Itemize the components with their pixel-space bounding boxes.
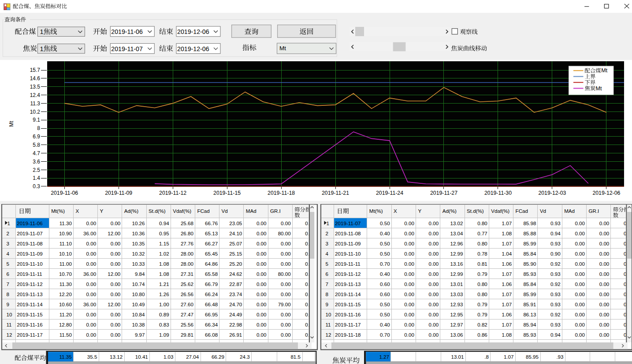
- svg-text:15.7: 15.7: [30, 67, 41, 73]
- svg-text:10.84: 10.84: [132, 312, 145, 317]
- svg-text:12.99: 12.99: [450, 251, 463, 256]
- svg-text:2019-11-30: 2019-11-30: [484, 190, 512, 196]
- svg-text:12.00: 12.00: [108, 271, 120, 277]
- svg-text:1.07: 1.07: [502, 322, 512, 327]
- svg-text:4: 4: [7, 251, 10, 256]
- svg-text:0.00: 0.00: [429, 230, 439, 236]
- svg-text:0.00: 0.00: [257, 322, 267, 327]
- svg-text:80.00: 80.00: [278, 230, 291, 236]
- svg-text:3.6: 3.6: [33, 159, 40, 165]
- svg-text:2019-11-16: 2019-11-16: [335, 312, 361, 317]
- svg-text:0.00: 0.00: [575, 261, 585, 267]
- svg-text:2019-11-15: 2019-11-15: [335, 301, 361, 307]
- svg-text:12.96: 12.96: [450, 241, 463, 246]
- svg-text:24.10: 24.10: [229, 230, 242, 236]
- svg-text:85.88: 85.88: [523, 230, 536, 236]
- svg-text:12: 12: [7, 332, 12, 338]
- svg-text:1.04: 1.04: [502, 251, 512, 256]
- svg-text:Mt(%): Mt(%): [51, 208, 65, 214]
- svg-text:2019-11-09: 2019-11-09: [335, 241, 361, 246]
- svg-text:0.50: 0.50: [380, 301, 390, 307]
- svg-text:0.94: 0.94: [159, 220, 169, 226]
- svg-text:0.94: 0.94: [550, 332, 561, 338]
- svg-text:22.87: 22.87: [229, 281, 242, 287]
- svg-text:0.00: 0.00: [599, 261, 610, 267]
- svg-text:0.93: 0.93: [550, 291, 561, 297]
- svg-text:10.41: 10.41: [135, 354, 148, 360]
- svg-text:11.30: 11.30: [59, 281, 72, 287]
- svg-text:1.08: 1.08: [502, 332, 512, 338]
- svg-text:0.00: 0.00: [257, 291, 267, 297]
- svg-text:0.00: 0.00: [575, 332, 585, 338]
- svg-text:86.13: 86.13: [523, 312, 536, 317]
- svg-text:0.50: 0.50: [380, 241, 390, 246]
- svg-text:0.00: 0.00: [404, 322, 414, 327]
- svg-text:0.00: 0.00: [429, 271, 439, 277]
- svg-text:85.91: 85.91: [523, 301, 536, 307]
- svg-text:11.50: 11.50: [59, 332, 72, 338]
- svg-text:0.83: 0.83: [159, 322, 169, 327]
- svg-text:27.47: 27.47: [181, 312, 193, 317]
- svg-text:10.90: 10.90: [59, 230, 72, 236]
- svg-text:0.80: 0.80: [477, 220, 487, 226]
- svg-text:0.00: 0.00: [281, 251, 291, 256]
- svg-text:10.10: 10.10: [59, 251, 72, 256]
- svg-text:0.00: 0.00: [257, 220, 267, 226]
- svg-text:66.34: 66.34: [205, 322, 218, 327]
- svg-text:1.00: 1.00: [159, 301, 169, 307]
- svg-text:12.95: 12.95: [450, 312, 463, 317]
- svg-text:10.38: 10.38: [132, 322, 145, 327]
- svg-text:0.60: 0.60: [380, 291, 390, 297]
- svg-text:St.d(%): St.d(%): [149, 208, 166, 214]
- svg-text:Mt(%): Mt(%): [369, 208, 383, 214]
- svg-text:9.1: 9.1: [33, 117, 40, 123]
- svg-text:0.00: 0.00: [429, 251, 439, 256]
- svg-text:0.00: 0.00: [111, 291, 121, 297]
- svg-text:0.00: 0.00: [111, 312, 121, 317]
- svg-text:0.00: 0.00: [86, 291, 97, 297]
- svg-text:0.00: 0.00: [111, 322, 121, 327]
- svg-text:0.00: 0.00: [86, 281, 97, 287]
- svg-text:12.4: 12.4: [30, 92, 41, 98]
- svg-text:0.00: 0.00: [575, 301, 585, 307]
- svg-text:0.00: 0.00: [429, 261, 439, 267]
- svg-text:0.00: 0.00: [404, 332, 414, 338]
- svg-text:25.56: 25.56: [181, 322, 193, 327]
- svg-text:0.00: 0.00: [429, 291, 439, 297]
- svg-text:0.00: 0.00: [257, 281, 267, 287]
- svg-text:11.20: 11.20: [59, 312, 72, 317]
- svg-text:2019-11-08: 2019-11-08: [335, 230, 361, 236]
- svg-text:0.00: 0.00: [111, 251, 121, 256]
- svg-text:13.01: 13.01: [450, 281, 463, 287]
- svg-text:36.00: 36.00: [83, 301, 96, 307]
- svg-text:0.40: 0.40: [380, 271, 390, 277]
- svg-text:2019-11-27: 2019-11-27: [430, 190, 457, 196]
- svg-text:66.48: 66.48: [205, 301, 218, 307]
- svg-text:MAd: MAd: [246, 208, 257, 214]
- svg-text:4.7: 4.7: [33, 150, 40, 156]
- svg-text:9: 9: [7, 301, 9, 307]
- svg-text:0.00: 0.00: [111, 241, 121, 246]
- svg-text:2: 2: [7, 230, 9, 236]
- svg-text:26.80: 26.80: [181, 230, 193, 236]
- svg-text:13.5: 13.5: [30, 84, 41, 90]
- svg-text:0.50: 0.50: [380, 220, 390, 226]
- svg-text:1.06: 1.06: [502, 312, 512, 317]
- svg-text:10.49: 10.49: [132, 301, 145, 307]
- svg-text:X: X: [394, 208, 397, 214]
- svg-text:2019-11-06: 2019-11-06: [111, 28, 143, 35]
- svg-text:0.00: 0.00: [575, 291, 585, 297]
- svg-text:13.16: 13.16: [450, 261, 463, 267]
- svg-text:6.9: 6.9: [33, 134, 40, 140]
- svg-text:10.60: 10.60: [59, 301, 72, 307]
- svg-text:0.00: 0.00: [86, 312, 97, 317]
- svg-text:85.93: 85.93: [523, 332, 536, 338]
- svg-text:66.79: 66.79: [205, 281, 218, 287]
- svg-text:0.00: 0.00: [575, 271, 585, 277]
- svg-text:Vdaf(%): Vdaf(%): [173, 208, 191, 214]
- svg-text:Mt: Mt: [279, 45, 286, 52]
- svg-text:0.00: 0.00: [86, 251, 97, 256]
- svg-text:28.00: 28.00: [181, 251, 193, 256]
- svg-text:0.00: 0.00: [599, 322, 610, 327]
- svg-text:2019-12-06: 2019-12-06: [177, 45, 209, 52]
